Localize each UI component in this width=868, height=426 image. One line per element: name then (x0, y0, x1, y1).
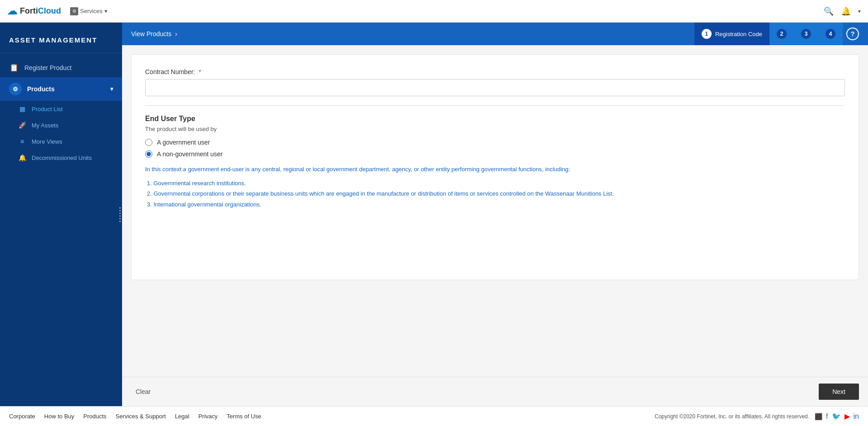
facebook-icon[interactable]: f (826, 412, 828, 421)
logo-text: FortiCloud (20, 6, 61, 16)
top-nav-right: 🔍 🔔 ▾ (824, 6, 861, 16)
services-dropdown-arrow: ▾ (104, 8, 108, 14)
sidebar-product-list-label: Product List (32, 106, 63, 112)
linkedin-icon[interactable]: in (854, 412, 859, 421)
bell-icon[interactable]: 🔔 (841, 6, 851, 16)
products-dropdown-arrow: ▾ (110, 86, 113, 92)
social-icons: ⬛ f 🐦 ▶ in (815, 412, 859, 421)
footer-link-privacy[interactable]: Privacy (198, 413, 218, 420)
clear-button[interactable]: Clear (131, 385, 155, 398)
contract-number-group: Contract Number: * (145, 68, 845, 96)
sidebar-my-assets-label: My Assets (32, 122, 58, 129)
step-3[interactable]: 3 (794, 23, 818, 45)
step-4-num: 4 (826, 29, 835, 39)
fortinet-social-icon[interactable]: ⬛ (815, 413, 822, 420)
breadcrumb-link[interactable]: View Products (131, 30, 171, 37)
sidebar-title: ASSET MANAGEMENT (9, 36, 97, 44)
gov-list-item-3: 3. International governmental organizati… (147, 199, 845, 210)
logo-cloud-icon: ☁ (7, 5, 17, 17)
footer-link-products[interactable]: Products (83, 413, 106, 420)
page-footer: Corporate How to Buy Products Services &… (0, 406, 868, 426)
stepper: 1 Registration Code 2 3 4 ? (694, 23, 859, 45)
services-button[interactable]: ⚙ Services ▾ (70, 7, 108, 15)
radio-gov-input[interactable] (145, 139, 152, 146)
footer-link-services[interactable]: Services & Support (116, 413, 166, 420)
footer-link-corporate[interactable]: Corporate (9, 413, 35, 420)
gov-info-text: In this context a government end-user is… (145, 165, 845, 174)
step-4[interactable]: 4 (818, 23, 843, 45)
decommissioned-icon: 🔔 (18, 154, 26, 161)
product-list-icon: ▦ (18, 105, 26, 112)
twitter-icon[interactable]: 🐦 (832, 412, 841, 421)
radio-nongov-text: A non-government user (157, 150, 223, 158)
sidebar-item-decommissioned[interactable]: 🔔 Decommissioned Units (9, 150, 122, 166)
radio-nongov-input[interactable] (145, 150, 152, 158)
gov-list-item-2: 2. Governmental corporations or their se… (147, 188, 845, 199)
contract-number-input[interactable] (145, 79, 845, 96)
footer-link-terms[interactable]: Terms of Use (226, 413, 261, 420)
services-label: Services (80, 8, 103, 14)
sidebar-more-views-label: More Views (32, 138, 62, 145)
footer-link-how-to-buy[interactable]: How to Buy (44, 413, 74, 420)
form-area: Contract Number: * End User Type The pro… (122, 45, 868, 377)
radio-nongov-label[interactable]: A non-government user (145, 150, 845, 158)
form-card: Contract Number: * End User Type The pro… (131, 54, 859, 280)
help-button[interactable]: ? (846, 28, 859, 40)
footer-right: Copyright ©2020 Fortinet, Inc. or its af… (655, 412, 859, 421)
sidebar: ASSET MANAGEMENT 📋 Register Product ⚙ Pr… (0, 23, 122, 406)
footer-links: Corporate How to Buy Products Services &… (9, 413, 261, 420)
sidebar-register-label: Register Product (24, 64, 71, 71)
radio-gov-text: A government user (157, 139, 210, 146)
breadcrumb-arrow: › (175, 30, 177, 37)
breadcrumb: View Products › (131, 30, 177, 37)
top-nav: ☁ FortiCloud ⚙ Services ▾ 🔍 🔔 ▾ (0, 0, 868, 23)
services-icon: ⚙ (70, 7, 78, 15)
resize-handle[interactable] (118, 203, 122, 225)
step-3-num: 3 (801, 29, 811, 39)
end-user-title: End User Type (145, 115, 845, 123)
sidebar-products-label: Products (27, 85, 55, 93)
sidebar-menu: 📋 Register Product ⚙ Products ▾ ▦ Produc… (0, 53, 122, 170)
required-asterisk: * (198, 68, 201, 75)
step-1[interactable]: 1 Registration Code (694, 23, 769, 45)
end-user-radio-group: A government user A non-government user (145, 139, 845, 158)
user-dropdown-arrow[interactable]: ▾ (858, 8, 861, 14)
help-icon: ? (851, 30, 855, 37)
content-area: View Products › 1 Registration Code 2 3 … (122, 23, 868, 406)
register-icon: 📋 (9, 63, 19, 72)
gov-list-item-1: 1. Governmental research institutions. (147, 178, 845, 188)
next-button[interactable]: Next (819, 384, 859, 400)
sidebar-item-my-assets[interactable]: 🚀 My Assets (9, 117, 122, 133)
content-header: View Products › 1 Registration Code 2 3 … (122, 23, 868, 45)
gov-list: 1. Governmental research institutions. 2… (145, 178, 845, 210)
my-assets-icon: 🚀 (18, 122, 26, 129)
search-icon[interactable]: 🔍 (824, 6, 834, 16)
footer-copyright: Copyright ©2020 Fortinet, Inc. or its af… (655, 413, 809, 420)
sidebar-section-products[interactable]: ⚙ Products ▾ (0, 77, 122, 101)
contract-label: Contract Number: * (145, 68, 845, 75)
sidebar-item-product-list[interactable]: ▦ Product List (9, 101, 122, 117)
end-user-desc: The product will be used by (145, 126, 845, 132)
main-layout: ASSET MANAGEMENT 📋 Register Product ⚙ Pr… (0, 23, 868, 406)
youtube-icon[interactable]: ▶ (844, 412, 850, 421)
step-1-num: 1 (702, 29, 712, 39)
sidebar-item-more-views[interactable]: ≡ More Views (9, 133, 122, 150)
sidebar-decommissioned-label: Decommissioned Units (32, 154, 92, 161)
sidebar-header: ASSET MANAGEMENT (0, 23, 122, 53)
logo[interactable]: ☁ FortiCloud (7, 5, 61, 17)
top-nav-left: ☁ FortiCloud ⚙ Services ▾ (7, 5, 108, 17)
more-views-icon: ≡ (18, 138, 26, 145)
radio-gov-label[interactable]: A government user (145, 139, 845, 146)
footer-link-legal[interactable]: Legal (175, 413, 189, 420)
step-2-num: 2 (777, 29, 787, 39)
products-section-icon: ⚙ (9, 83, 22, 95)
end-user-section: End User Type The product will be used b… (145, 115, 845, 210)
step-1-label: Registration Code (715, 31, 762, 37)
sidebar-item-register[interactable]: 📋 Register Product (0, 58, 122, 77)
step-2[interactable]: 2 (769, 23, 794, 45)
form-footer: Clear Next (122, 377, 868, 406)
divider (145, 105, 845, 106)
sidebar-sub-menu: ▦ Product List 🚀 My Assets ≡ More Views … (0, 101, 122, 166)
